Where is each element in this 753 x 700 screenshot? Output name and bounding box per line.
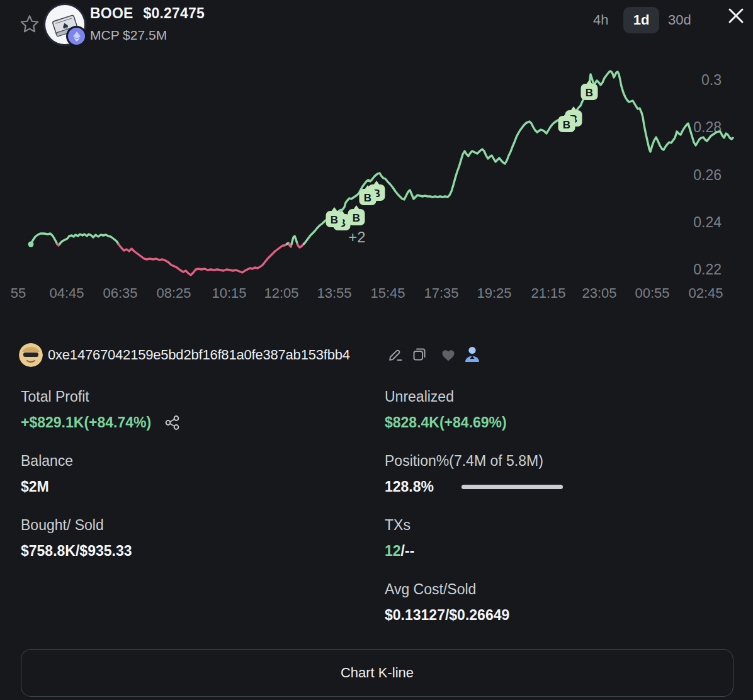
unrealized-value: $828.4K(+84.69%) — [385, 414, 507, 431]
stat-unrealized: Unrealized $828.4K(+84.69%) — [385, 388, 507, 431]
line-start-dot — [28, 242, 34, 247]
svg-text:B: B — [364, 192, 371, 204]
position-value: 128.8% — [385, 478, 434, 495]
x-axis-tick: 55 — [11, 285, 26, 301]
stat-balance: Balance $2M — [21, 453, 73, 495]
x-axis-tick: 13:55 — [317, 285, 351, 301]
x-axis-tick: 17:35 — [424, 285, 458, 301]
copy-icon[interactable] — [410, 346, 428, 363]
wallet-address[interactable]: 0xe14767042159e5bd2bf16f81a0fe387ab153fb… — [48, 347, 350, 363]
x-axis-tick: 04:45 — [49, 285, 84, 301]
position-progress-bar — [461, 485, 563, 489]
x-axis-tick: 12:05 — [264, 285, 298, 301]
stat-total-profit: Total Profit +$829.1K(+84.74%) — [21, 388, 181, 431]
price-line-down-segment — [118, 244, 287, 276]
price-line-down-segment — [297, 244, 303, 248]
position-label: Position%(7.4M of 5.8M) — [385, 453, 563, 470]
y-axis-tick: 0.22 — [693, 261, 722, 278]
follow-person-icon[interactable] — [463, 345, 480, 363]
svg-text:B: B — [563, 119, 570, 131]
chart-kline-button[interactable]: Chart K-line — [21, 649, 733, 697]
x-axis-tick: 23:05 — [582, 285, 616, 301]
stat-position: Position%(7.4M of 5.8M) 128.8% — [385, 453, 563, 495]
x-axis-tick: 06:35 — [103, 285, 137, 301]
price-line-up-segment — [304, 71, 733, 244]
price-line-up-segment — [292, 236, 297, 244]
edit-icon[interactable] — [387, 346, 404, 363]
txs-buys: 12 — [385, 543, 401, 559]
y-axis-tick: 0.26 — [693, 167, 722, 183]
price-line-up-segment — [31, 234, 57, 244]
y-axis-tick: 0.3 — [701, 72, 722, 88]
pnl-line-chart[interactable]: 0.30.280.260.240.225504:4506:3508:2510:1… — [0, 0, 753, 315]
x-axis-tick: 19:25 — [477, 285, 511, 301]
svg-text:B: B — [353, 212, 360, 224]
x-axis-tick: 15:45 — [370, 285, 405, 301]
balance-label: Balance — [21, 453, 73, 470]
heart-icon[interactable] — [440, 347, 458, 364]
price-line-up-segment — [60, 234, 118, 244]
avg-cost-value: $0.13127/$0.26649 — [385, 607, 509, 624]
bought-sold-label: Bought/ Sold — [21, 517, 132, 534]
x-axis-tick: 10:15 — [212, 285, 246, 301]
balance-value: $2M — [21, 478, 73, 495]
total-profit-value: +$829.1K(+84.74%) — [21, 414, 151, 431]
txs-sells: /-- — [401, 543, 415, 559]
bought-sold-value: $758.8K/$935.33 — [21, 543, 132, 560]
stat-txs: TXs 12/-- — [385, 517, 414, 560]
buy-marker[interactable]: B — [348, 205, 365, 225]
wallet-avatar — [19, 343, 43, 367]
chart-kline-label: Chart K-line — [341, 665, 414, 681]
txs-label: TXs — [385, 517, 414, 534]
x-axis-tick: 00:55 — [635, 285, 669, 301]
unrealized-label: Unrealized — [385, 388, 507, 405]
svg-text:B: B — [331, 214, 338, 226]
y-axis-tick: 0.24 — [693, 214, 722, 230]
avg-cost-label: Avg Cost/Sold — [385, 581, 509, 598]
stat-bought-sold: Bought/ Sold $758.8K/$935.33 — [21, 517, 132, 560]
stat-avg-cost-sold: Avg Cost/Sold $0.13127/$0.26649 — [385, 581, 509, 624]
share-icon[interactable] — [164, 414, 181, 431]
total-profit-label: Total Profit — [21, 388, 181, 405]
x-axis-tick: 02:45 — [688, 285, 723, 301]
svg-text:B: B — [586, 87, 593, 99]
hidden-markers-count: +2 — [348, 229, 365, 246]
x-axis-tick: 08:25 — [156, 285, 191, 301]
x-axis-tick: 21:15 — [531, 285, 565, 301]
